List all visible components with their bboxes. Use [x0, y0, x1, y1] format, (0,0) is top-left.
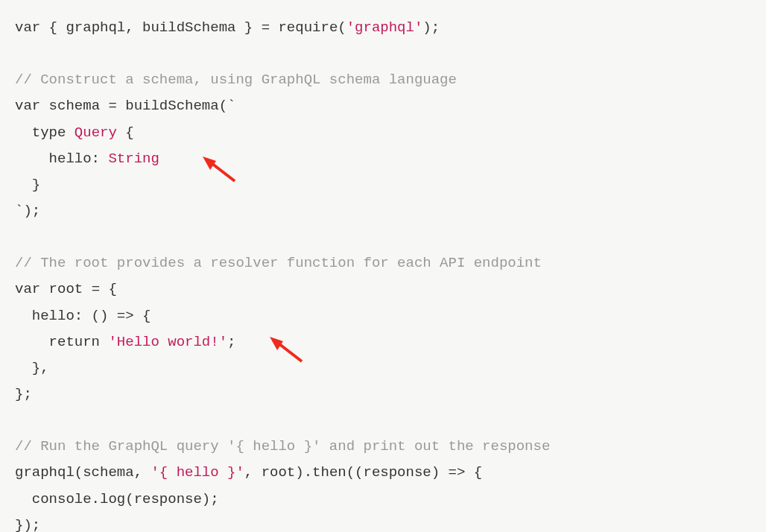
string-literal: '{ hello }'	[151, 464, 244, 481]
code-text: }	[15, 177, 40, 193]
keyword-type: type	[15, 124, 66, 141]
keyword-var: var	[15, 98, 40, 114]
code-text: };	[15, 386, 32, 402]
string-literal: 'graphql'	[346, 19, 423, 36]
code-text: );	[422, 19, 440, 36]
code-text: root = {	[40, 281, 117, 297]
code-text: {	[117, 124, 134, 141]
comment-line: // Construct a schema, using GraphQL sch…	[15, 72, 457, 88]
code-text: console.log(response);	[15, 491, 219, 507]
comment-line: // The root provides a resolver function…	[15, 255, 542, 271]
code-text: ;	[227, 334, 235, 350]
code-text: graphql(schema,	[15, 464, 151, 481]
code-text: schema = buildSchema(`	[40, 98, 235, 114]
code-text: hello: () => {	[15, 308, 151, 324]
code-text: { graphql, buildSchema } = require(	[40, 19, 346, 36]
comment-line: // Run the GraphQL query '{ hello }' and…	[15, 438, 550, 455]
type-name: String	[108, 151, 159, 167]
code-block: var { graphql, buildSchema } = require('…	[15, 15, 751, 532]
code-text: , root).then((response) => {	[244, 464, 482, 481]
code-text: },	[15, 360, 49, 376]
keyword-var: var	[15, 19, 40, 36]
keyword-return: return	[15, 334, 108, 350]
code-text: `);	[15, 203, 40, 219]
type-name: Query	[66, 124, 116, 141]
string-literal: 'Hello world!'	[108, 334, 227, 350]
keyword-var: var	[15, 281, 40, 297]
code-text: });	[15, 517, 40, 532]
code-text: hello:	[15, 151, 108, 167]
